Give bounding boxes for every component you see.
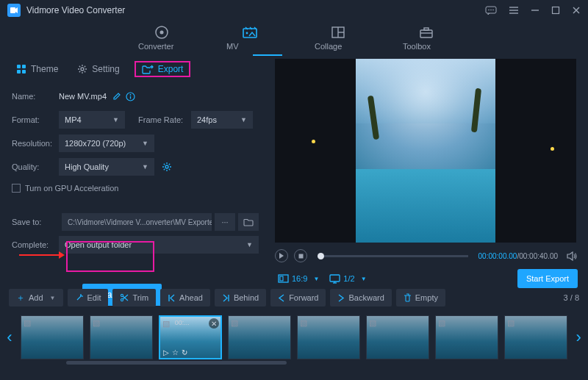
thumbnail-8[interactable]: ▧: [504, 315, 567, 359]
main-tabs: Converter MV Collage Toolbox: [0, 21, 588, 54]
info-icon[interactable]: [126, 92, 135, 101]
zoom-select[interactable]: 1/2 ▼: [326, 273, 369, 285]
open-folder-icon[interactable]: [238, 213, 259, 231]
play-thumb-icon[interactable]: ▷: [163, 348, 169, 356]
format-select[interactable]: MP4▼: [59, 111, 125, 129]
subtab-export[interactable]: Export: [135, 61, 191, 77]
thumbnail-1[interactable]: ▧: [21, 315, 84, 359]
svg-rect-34: [330, 275, 340, 282]
feedback-icon[interactable]: [485, 6, 497, 15]
forward-button[interactable]: Forward: [270, 289, 326, 306]
forward-icon: [337, 294, 345, 302]
annotation-arrow: [19, 254, 60, 256]
svg-point-3: [490, 9, 492, 10]
tab-converter[interactable]: Converter: [138, 25, 185, 51]
scissors-icon: [120, 293, 129, 302]
quality-label: Quality:: [12, 162, 59, 171]
thumbnail-4[interactable]: ▧: [228, 315, 291, 359]
empty-button[interactable]: Empty: [396, 289, 445, 306]
trim-button[interactable]: Trim: [112, 289, 156, 306]
thumbnail-3[interactable]: ▧ 00:... ✕ ▷ ☆ ↻: [159, 315, 222, 359]
svg-rect-0: [10, 7, 15, 13]
tab-mv[interactable]: MV: [226, 25, 273, 51]
subtab-setting[interactable]: Setting: [73, 61, 123, 77]
close-icon[interactable]: [572, 6, 581, 15]
image-icon: ▧: [24, 318, 31, 328]
tab-collage[interactable]: Collage: [315, 25, 362, 51]
play-button[interactable]: [275, 249, 288, 262]
remove-thumb-icon[interactable]: ✕: [209, 318, 219, 329]
svg-point-28: [130, 94, 132, 96]
aspect-ratio-select[interactable]: 16:9 ▼: [275, 273, 322, 284]
svg-rect-22: [17, 65, 21, 68]
plus-icon: ＋: [16, 292, 25, 304]
thumbnail-2[interactable]: ▧: [90, 315, 153, 359]
start-export-button-right[interactable]: Start Export: [517, 269, 578, 288]
image-icon: ▧: [369, 318, 376, 328]
tab-converter-label: Converter: [138, 42, 185, 51]
svg-rect-33: [280, 276, 283, 281]
menu-icon[interactable]: [509, 6, 519, 15]
thumbnail-5[interactable]: ▧: [297, 315, 360, 359]
behind-button[interactable]: Behind: [215, 289, 266, 306]
svg-rect-9: [553, 7, 559, 14]
image-icon: ▧: [231, 318, 238, 328]
subtab-theme[interactable]: Theme: [12, 61, 62, 77]
app-logo: [7, 4, 21, 17]
minimize-icon[interactable]: [531, 6, 539, 15]
monitor-icon: [329, 274, 340, 284]
zoom-value: 1/2: [343, 274, 354, 283]
timeline-slider[interactable]: [318, 255, 468, 257]
svg-point-26: [81, 68, 84, 71]
strip-next[interactable]: ›: [573, 328, 584, 347]
mv-icon: [242, 25, 258, 40]
edit-button[interactable]: Edit: [68, 289, 109, 306]
quality-select[interactable]: High Quality▼: [59, 158, 154, 176]
trash-icon: [404, 293, 412, 302]
wand-icon: [75, 293, 84, 302]
export-icon: [142, 65, 154, 74]
clip-toolbar: ＋Add▼ Edit Trim Ahead Behind Forward Bac…: [0, 287, 588, 309]
stop-button[interactable]: [294, 249, 307, 262]
quality-settings-icon[interactable]: [162, 162, 172, 172]
subtab-export-label: Export: [158, 64, 184, 74]
add-button[interactable]: ＋Add▼: [9, 289, 63, 306]
preview-panel: 00:00:00.00/00:00:40.00 16:9 ▼ 1/2 ▼ Sta…: [270, 54, 588, 285]
browse-button[interactable]: ···: [215, 213, 235, 231]
image-icon: ▧: [507, 318, 514, 328]
ahead-button[interactable]: Ahead: [160, 289, 210, 306]
star-thumb-icon[interactable]: ☆: [172, 348, 179, 356]
resolution-value: 1280x720 (720p): [65, 139, 126, 148]
thumb-duration: 00:...: [175, 319, 190, 326]
gpu-checkbox[interactable]: [12, 184, 21, 193]
loop-thumb-icon[interactable]: ↻: [182, 348, 187, 356]
strip-scrollbar[interactable]: [66, 361, 287, 365]
aspect-icon: [278, 274, 289, 283]
name-label: Name:: [12, 92, 59, 101]
tab-toolbox[interactable]: Toolbox: [403, 25, 450, 51]
video-preview[interactable]: [275, 59, 576, 243]
backward-button[interactable]: Backward: [330, 289, 391, 306]
tab-toolbox-label: Toolbox: [403, 42, 450, 51]
thumbnail-strip: ‹ ▧ ▧ ▧ 00:... ✕ ▷ ☆ ↻ ▧ ▧ ▧ ▧ ▧ ›: [0, 309, 588, 366]
export-panel: Theme Setting Export Name: New MV.mp4 Fo…: [0, 54, 270, 285]
thumb-actions: ▷ ☆ ↻: [163, 348, 187, 356]
back-icon: [278, 294, 285, 302]
svg-point-4: [492, 9, 494, 10]
volume-icon[interactable]: [567, 251, 578, 261]
save-label: Save to:: [12, 218, 59, 226]
edit-name-icon[interactable]: [112, 92, 121, 101]
svg-rect-20: [424, 28, 429, 30]
thumbnail-6[interactable]: ▧: [366, 315, 429, 359]
framerate-select[interactable]: 24fps▼: [191, 111, 253, 129]
image-icon: ▧: [93, 318, 100, 328]
resolution-select[interactable]: 1280x720 (720p)▼: [59, 135, 154, 152]
maximize-icon[interactable]: [551, 6, 560, 15]
thumbnail-7[interactable]: ▧: [435, 315, 498, 359]
framerate-value: 24fps: [197, 115, 217, 124]
strip-prev[interactable]: ‹: [4, 328, 15, 347]
complete-select[interactable]: Open output folder▼: [59, 236, 259, 254]
framerate-label: Frame Rate:: [138, 115, 191, 124]
current-time: 00:00:00.00: [478, 252, 517, 260]
image-icon: ▧: [162, 319, 170, 329]
